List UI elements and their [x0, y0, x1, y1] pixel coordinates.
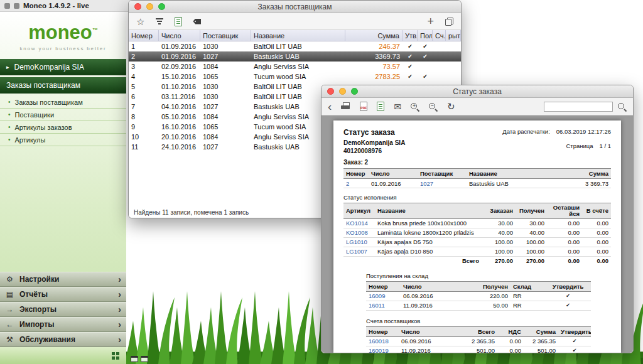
tools-icon: ⚒ — [5, 335, 14, 344]
invoices-table: Номер Число Всего НДС Сумма Утвердить 16… — [366, 326, 591, 353]
report-page: Статус заказа DemoKompanija SIA 40120008… — [333, 120, 621, 353]
star-icon[interactable]: ☆ — [136, 17, 144, 26]
sidebar-item-imports[interactable]: ← Импорты › — [0, 317, 126, 332]
invoice-link[interactable]: 160019 — [366, 346, 399, 353]
order-summary-table: Номер Число Поставщик Название Сумма 2 0… — [343, 168, 611, 188]
taskbar-window-icon[interactable] — [131, 356, 138, 362]
table-row[interactable]: 3 02.09.2016 1084 Anglu Serviss SIA 73.5… — [129, 62, 461, 72]
minimize-button[interactable] — [339, 88, 346, 95]
col-date: Число — [401, 281, 460, 291]
column-header-received[interactable]: Полу — [418, 30, 433, 41]
cell-date: 20.10.2016 — [159, 133, 200, 141]
column-header-closed[interactable]: рыт — [446, 30, 461, 41]
status-toolbar: ‹ ✉ + − ↻ — [322, 98, 633, 115]
report-title: Статус заказа — [343, 128, 405, 137]
minimize-button[interactable] — [146, 3, 153, 10]
column-header-name[interactable]: Название — [251, 30, 345, 41]
sidebar-item-settings[interactable]: ⚙ Настройки › — [0, 272, 126, 287]
chevron-right-icon: › — [118, 289, 121, 299]
close-button[interactable] — [327, 88, 334, 95]
window-title: Статус заказа — [453, 87, 502, 96]
invoice-link[interactable]: 160018 — [366, 336, 399, 346]
col-date: Число — [369, 169, 418, 179]
sidebar-subnav: •Заказы поставщикам •Поставщики •Артикул… — [0, 96, 126, 146]
column-header-approved[interactable]: Утв. — [403, 30, 418, 41]
sidebar-item-reports[interactable]: ▤ Отчёты › — [0, 287, 126, 302]
table-row-selected[interactable]: 2 01.09.2016 1027 Bastuskis UAB 3369.73 … — [129, 51, 461, 62]
cell-number: 9 — [129, 123, 159, 131]
excel-export-icon[interactable] — [175, 17, 182, 26]
article-link[interactable]: LG1010 — [343, 237, 375, 247]
column-header-sum[interactable]: Сумма — [345, 30, 403, 41]
zoom-button[interactable] — [351, 88, 358, 95]
filter-icon[interactable] — [155, 18, 164, 24]
col-invoiced: В счёте — [582, 203, 611, 219]
column-header-date[interactable]: Число — [159, 30, 200, 41]
column-header-supplier[interactable]: Поставщик — [200, 30, 251, 41]
search-input[interactable] — [544, 102, 613, 112]
search-icon[interactable] — [618, 102, 627, 111]
sidebar-section-orders[interactable]: Заказы поставщикам — [0, 77, 126, 94]
refresh-icon[interactable]: ↻ — [447, 102, 455, 111]
sidebar-item-articles[interactable]: •Артикулы — [0, 134, 126, 146]
fulfilment-row: LG1010 Kājas apaļas D5 750 100.00 100.00… — [343, 237, 611, 247]
zoom-in-icon[interactable]: + — [411, 102, 419, 111]
col-warehouse: Склад — [511, 281, 545, 291]
menu-icon-1[interactable] — [4, 3, 10, 9]
article-link[interactable]: KO1008 — [343, 228, 375, 237]
fulfilment-total-row: Всего 270.00 270.00 0.00 0.00 — [343, 256, 611, 265]
report-company: DemoKompanija SIA — [343, 139, 405, 147]
article-link[interactable]: KO1014 — [343, 218, 375, 228]
fulfilment-row: KO1014 Koka brusa priede 100x100x1000 30… — [343, 218, 611, 228]
table-row[interactable]: 4 15.10.2016 1065 Tucum wood SIA 2783.25… — [129, 72, 461, 82]
order-status-window: Статус заказа ‹ ✉ + − ↻ Статус заказа De… — [321, 85, 634, 353]
sidebar-item-orders[interactable]: •Заказы поставщикам — [0, 96, 126, 109]
menu-icon-2[interactable] — [14, 3, 19, 9]
bullet-icon: • — [8, 99, 11, 105]
cell-approved-check: ✔ — [403, 73, 418, 80]
article-link[interactable]: LG1007 — [343, 247, 375, 256]
duplicate-icon[interactable] — [445, 18, 453, 26]
orders-table-header: Номер Число Поставщик Название Сумма Утв… — [129, 30, 461, 41]
add-order-button[interactable]: + — [427, 16, 434, 27]
sidebar-item-suppliers[interactable]: •Поставщики — [0, 109, 126, 121]
back-icon[interactable]: ‹ — [328, 102, 332, 111]
moneo-logo: moneo™ — [0, 23, 126, 42]
tag-icon[interactable] — [193, 19, 201, 24]
orders-window-titlebar[interactable]: Заказы поставщикам — [129, 1, 461, 13]
cell-supplier: 1084 — [200, 113, 251, 120]
col-ordered: Заказан — [482, 203, 516, 219]
zoom-button[interactable] — [158, 3, 165, 10]
table-row[interactable]: 1 01.09.2016 1030 BaltOil LIT UAB 246.37… — [129, 41, 461, 51]
orders-toolbar: ☆ + — [129, 13, 461, 30]
col-number: Номер — [366, 281, 401, 291]
receipt-link[interactable]: 16011 — [366, 301, 401, 310]
column-header-invoice[interactable]: Сч. — [433, 30, 446, 41]
sidebar-item-maintenance[interactable]: ⚒ Обслуживания › — [0, 332, 126, 347]
column-header-number[interactable]: Номер — [129, 30, 159, 41]
receipt-link[interactable]: 16009 — [366, 291, 401, 301]
sidebar-item-exports[interactable]: → Экспорты › — [0, 302, 126, 317]
close-button[interactable] — [134, 3, 141, 10]
check-icon: ✔ — [545, 301, 591, 310]
order-summary-row: 2 01.09.2016 1027 Bastuskis UAB 3 369.73 — [343, 179, 611, 188]
status-window-titlebar[interactable]: Статус заказа — [322, 85, 633, 98]
pdf-export-icon[interactable] — [360, 102, 367, 111]
cell-number: 10 — [129, 133, 159, 141]
email-icon[interactable]: ✉ — [394, 102, 401, 111]
supplier-link[interactable]: 1027 — [418, 179, 467, 188]
cell-supplier: 1065 — [200, 73, 251, 80]
sidebar-item-company[interactable]: ▸ DemoKompanija SIA — [0, 59, 126, 75]
excel-export-icon[interactable] — [377, 102, 384, 111]
grid-view-icon[interactable] — [112, 352, 119, 360]
bullet-icon: • — [8, 112, 11, 118]
sidebar-item-order-articles[interactable]: •Артикулы заказов — [0, 121, 126, 134]
taskbar-window-icon[interactable] — [141, 356, 148, 362]
chevron-right-icon: › — [118, 304, 121, 314]
zoom-out-icon[interactable]: − — [429, 102, 438, 111]
col-received: Получен — [516, 203, 547, 219]
print-icon[interactable] — [341, 102, 350, 110]
chevron-right-icon: › — [118, 319, 121, 329]
order-number-link[interactable]: 2 — [343, 179, 369, 188]
cell-supplier: 1030 — [200, 93, 251, 100]
